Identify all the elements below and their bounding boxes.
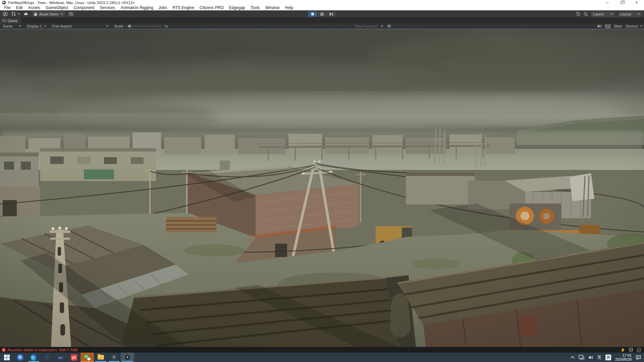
ime-language-indicator[interactable]: 英 (597, 355, 601, 360)
taskbar-app-youdao[interactable]: yd (67, 353, 80, 362)
system-tray: 英 拼 17:41 2024/6/28 (571, 353, 644, 362)
taskbar-app-unity[interactable] (107, 353, 121, 362)
scale-slider-knob[interactable] (128, 25, 131, 27)
layers-dropdown[interactable]: Layers (591, 11, 615, 17)
menu-assets[interactable]: Assets (25, 5, 43, 10)
wechat-icon (84, 354, 91, 360)
chevron-down-icon (44, 25, 47, 27)
menu-help[interactable]: Help (282, 5, 296, 10)
asset-store-label: Asset Store (39, 12, 58, 16)
search-icon[interactable] (583, 12, 588, 17)
cloud-icon[interactable] (23, 11, 29, 16)
camera-icon[interactable] (68, 11, 73, 16)
pause-icon (321, 13, 323, 16)
main-toolbar: Asset Store Layers (0, 10, 644, 18)
windows-logo-icon (4, 355, 10, 360)
scale-label: Scale (114, 24, 123, 28)
step-button[interactable] (327, 11, 336, 17)
status-error-message[interactable]: Assertion failed on expression: 'fidA !=… (7, 348, 78, 352)
game-view-toolbar: Game Display 1 Free Aspect Scale 1x Play… (0, 23, 644, 29)
network-icon[interactable] (579, 355, 584, 360)
menu-jobs[interactable]: Jobs (156, 5, 170, 10)
layout-dropdown[interactable]: Layout (618, 11, 642, 17)
tab-game-label: Game (8, 19, 18, 23)
gear-icon[interactable] (387, 24, 391, 28)
game-viewport[interactable] (0, 29, 644, 347)
version-control-icon (11, 11, 16, 16)
ime-mode-indicator[interactable]: 拼 (605, 355, 611, 360)
taskbar-app-visual-studio[interactable]: ∞ (54, 353, 67, 362)
restore-button[interactable] (614, 0, 629, 5)
stats-toggle[interactable]: Stats (614, 24, 622, 28)
aspect-label: Free Aspect (52, 24, 72, 28)
menu-component[interactable]: Component (71, 5, 97, 10)
taskbar-app-explorer[interactable] (94, 353, 107, 362)
game-mode-dropdown[interactable]: Game (0, 23, 24, 29)
tray-expand-icon[interactable] (571, 356, 575, 359)
taskbar-clock[interactable]: 17:41 2024/6/28 (615, 353, 632, 361)
tab-game[interactable]: Game (0, 18, 21, 23)
menu-citizens-pro[interactable]: Citizens PRO (197, 5, 226, 10)
taskbar-app-cat[interactable] (40, 353, 54, 362)
vignette (0, 29, 644, 347)
chevron-down-icon (640, 25, 643, 27)
clock-date: 2024/6/28 (615, 357, 632, 361)
cat-app-icon (44, 355, 50, 360)
volume-icon[interactable] (588, 355, 593, 360)
menu-services[interactable]: Services (97, 5, 118, 10)
start-button[interactable] (0, 353, 13, 362)
taskbar-app-unity-active[interactable] (121, 353, 134, 362)
windows-taskbar: S ∞ yd (0, 353, 644, 362)
notification-center-icon[interactable] (636, 355, 641, 360)
shopping-bag-icon (34, 12, 37, 16)
layout-label: Layout (620, 12, 631, 16)
play-button[interactable] (308, 11, 317, 17)
scale-slider[interactable] (125, 26, 162, 26)
menu-edit[interactable]: Edit (13, 5, 25, 10)
menu-file[interactable]: File (1, 5, 13, 10)
taskbar-app-s[interactable]: S (13, 353, 27, 362)
menu-edgegap[interactable]: Edgegap (226, 5, 248, 10)
display-label: Display 1 (27, 24, 42, 28)
pause-button[interactable] (318, 11, 326, 17)
grid-icon[interactable] (605, 24, 610, 28)
hot-reload-icon[interactable] (621, 348, 625, 352)
visual-studio-icon: ∞ (58, 354, 63, 361)
cache-server-icon[interactable] (629, 348, 633, 352)
youdao-icon: yd (71, 354, 77, 361)
layers-label: Layers (593, 12, 604, 16)
play-focused-label: Play Focused (355, 24, 377, 28)
unity-cube-icon (124, 354, 130, 360)
play-active-icon (311, 13, 314, 15)
menu-window[interactable]: Window (263, 5, 282, 10)
clock-time: 17:41 (615, 353, 632, 357)
scale-value: 1x (164, 24, 168, 28)
menu-animation-rigging[interactable]: Animation Rigging (118, 5, 156, 10)
gamepad-icon (2, 19, 6, 22)
chevron-down-icon (60, 13, 63, 15)
progress-check-icon[interactable] (637, 348, 641, 352)
mute-audio-icon[interactable] (597, 24, 602, 28)
play-focused-dropdown[interactable]: Play Focused (355, 24, 391, 28)
account-icon[interactable] (3, 11, 8, 16)
s-app-icon: S (17, 354, 23, 361)
undo-history-icon[interactable] (576, 12, 581, 17)
window-controls: — ✕ (600, 0, 644, 5)
menu-gameobject[interactable]: GameObject (43, 5, 71, 10)
gizmos-dropdown[interactable]: Gizmos (626, 24, 643, 28)
taskbar-app-wechat[interactable] (80, 353, 94, 362)
window-title: TheWayOfKings - Town - Windows, Mac, Lin… (7, 1, 135, 5)
menu-tools[interactable]: Tools (248, 5, 263, 10)
taskbar-app-edge[interactable] (27, 353, 40, 362)
menu-rts-engine[interactable]: RTS Engine (170, 5, 197, 10)
version-control-button[interactable] (11, 11, 20, 16)
aspect-ratio-dropdown[interactable]: Free Aspect (49, 23, 111, 29)
close-button[interactable]: ✕ (629, 0, 644, 5)
chevron-down-icon (19, 25, 21, 27)
game-scene (0, 29, 644, 347)
step-icon (330, 12, 333, 16)
asset-store-button[interactable]: Asset Store (32, 11, 65, 17)
display-dropdown[interactable]: Display 1 (24, 23, 49, 29)
chevron-down-icon (610, 13, 613, 15)
minimize-button[interactable]: — (600, 0, 614, 5)
